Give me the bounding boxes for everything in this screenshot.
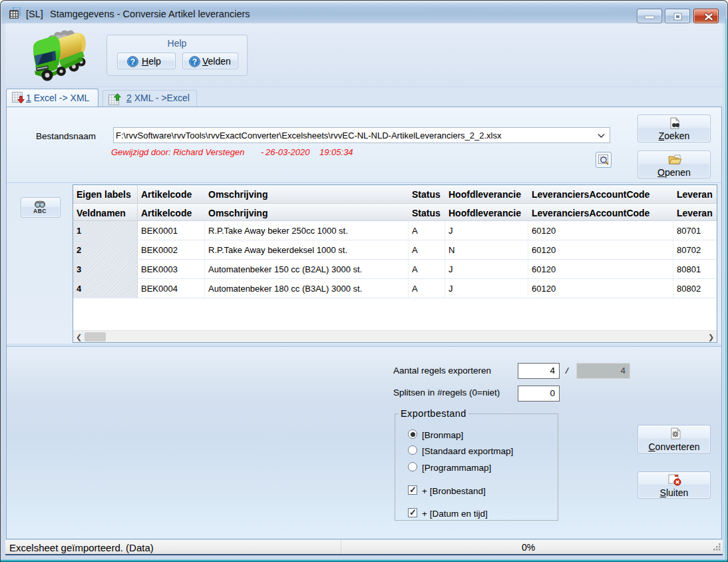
svg-text:?: ? [130, 57, 135, 67]
svg-text:?: ? [192, 57, 197, 67]
svg-text:ABC: ABC [33, 208, 47, 214]
